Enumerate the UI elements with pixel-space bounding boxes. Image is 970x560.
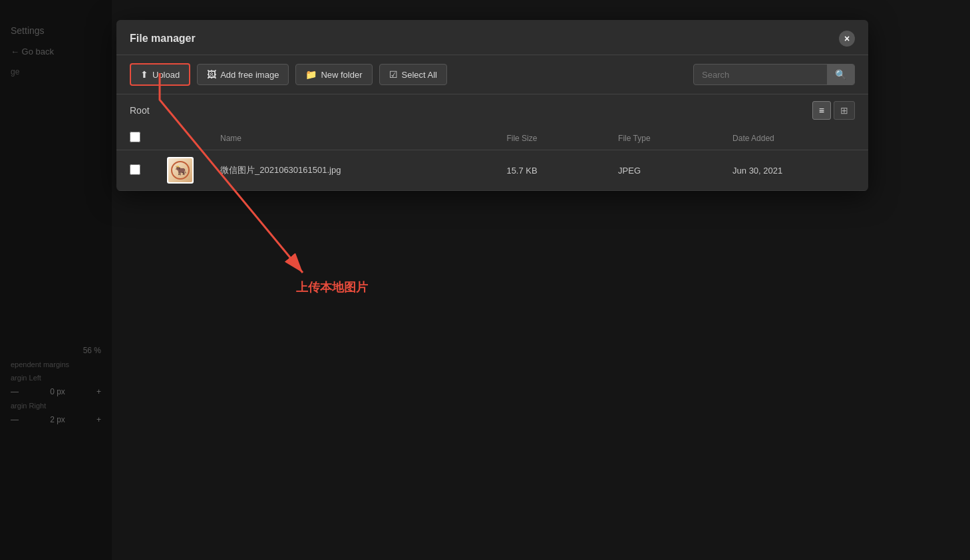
row-name: 微信图片_20210630161501.jpg	[207, 150, 493, 191]
upload-label: Upload	[152, 70, 180, 80]
col-header-filesize: File Size	[493, 126, 605, 150]
select-all-button[interactable]: ☑ Select All	[379, 64, 447, 85]
list-view-button[interactable]: ≡	[812, 101, 831, 120]
upload-button[interactable]: ⬆ Upload	[130, 63, 190, 86]
grid-view-button[interactable]: ⊞	[834, 101, 855, 120]
col-header-filetype: File Type	[605, 126, 719, 150]
upload-icon: ⬆	[140, 69, 148, 80]
file-table: Name File Size File Type Date Added 🐂	[116, 126, 868, 191]
search-input[interactable]	[694, 65, 827, 84]
modal-title: File manager	[130, 33, 196, 45]
row-thumbnail-cell: 🐂	[154, 150, 207, 191]
view-toggle: ≡ ⊞	[812, 101, 855, 120]
search-button[interactable]: 🔍	[827, 65, 854, 84]
modal-header: File manager ×	[116, 20, 868, 55]
col-header-dateadded: Date Added	[719, 126, 868, 150]
col-header-name: Name	[207, 126, 493, 150]
table-row[interactable]: 🐂 微信图片_20210630161501.jpg 15.7 KB JPEG J…	[116, 150, 868, 191]
col-header-thumbnail	[154, 126, 207, 150]
checkbox-icon: ☑	[389, 69, 398, 80]
new-folder-button[interactable]: 📁 New folder	[295, 64, 372, 85]
search-input-wrap: 🔍	[693, 64, 855, 85]
select-all-label: Select All	[402, 70, 437, 80]
add-free-image-button[interactable]: 🖼 Add free image	[197, 64, 289, 85]
file-manager-modal: File manager × ⬆ Upload 🖼 Add free image…	[116, 20, 868, 191]
row-checkbox[interactable]	[130, 164, 140, 175]
breadcrumb: Root	[130, 105, 150, 116]
folder-icon: 📁	[305, 69, 317, 80]
svg-text:🐂: 🐂	[175, 165, 187, 176]
image-icon: 🖼	[207, 69, 216, 80]
file-thumbnail: 🐂	[167, 157, 194, 184]
thumb-inner: 🐂	[168, 158, 192, 182]
row-filetype: JPEG	[605, 150, 719, 191]
select-all-checkbox[interactable]	[130, 132, 140, 142]
add-free-image-label: Add free image	[220, 70, 279, 80]
row-dateadded: Jun 30, 2021	[719, 150, 868, 191]
new-folder-label: New folder	[321, 70, 362, 80]
search-area: 🔍	[693, 64, 855, 85]
row-filesize: 15.7 KB	[493, 150, 605, 191]
row-checkbox-cell	[116, 150, 154, 191]
col-header-checkbox	[116, 126, 154, 150]
breadcrumb-bar: Root ≡ ⊞	[116, 94, 868, 126]
modal-toolbar: ⬆ Upload 🖼 Add free image 📁 New folder ☑…	[116, 55, 868, 94]
modal-close-button[interactable]: ×	[839, 31, 855, 47]
